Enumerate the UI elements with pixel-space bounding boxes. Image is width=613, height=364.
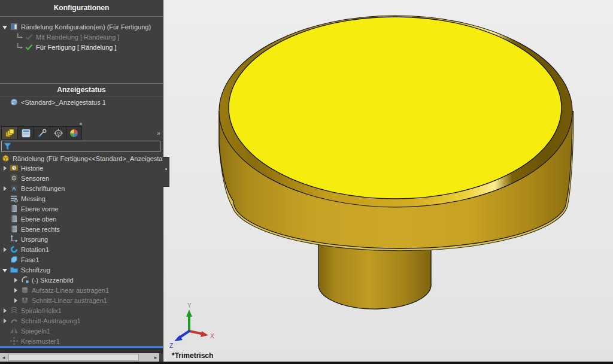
- tab-feature-manager[interactable]: [17, 126, 34, 139]
- panel-flyout-handle[interactable]: [163, 157, 169, 187]
- configurations-header: Konfigurationen: [0, 0, 163, 17]
- item-label: Schriftzug: [21, 266, 50, 274]
- horizontal-scrollbar[interactable]: ◂ ▸: [0, 353, 159, 362]
- branch-icon: [16, 43, 25, 51]
- item-label: Rändelung Konfiguration(en) (Für Fertigu…: [21, 23, 151, 31]
- plane-icon: [10, 225, 19, 233]
- chamfer-icon: [10, 255, 19, 264]
- tab-property-manager[interactable]: [34, 126, 50, 139]
- item-label: Schnitt-Austragung1: [21, 317, 81, 324]
- check-green-icon: [25, 43, 34, 51]
- model-knob[interactable]: [163, 0, 613, 364]
- helix-icon: [10, 306, 19, 315]
- sketch-icon: [20, 275, 29, 284]
- config-tree-root[interactable]: Rändelung Konfiguration(en) (Für Fertigu…: [0, 22, 163, 32]
- feature-tree-item[interactable]: Spiegeln1: [0, 326, 163, 336]
- orientation-triad: Y X Z: [168, 302, 218, 353]
- item-label: Beschriftungen: [21, 185, 65, 192]
- origin-icon: [10, 235, 19, 244]
- feature-tree-item[interactable]: Ursprung: [0, 234, 163, 244]
- triad-y-label: Y: [187, 302, 192, 309]
- feature-tree-item[interactable]: Ebene vorne: [0, 204, 163, 214]
- plane-icon: [10, 214, 19, 223]
- panel-splitter-handle[interactable]: [80, 123, 82, 125]
- item-label: Mit Rändelung [ Rändelung ]: [36, 34, 119, 41]
- expand-arrow-icon[interactable]: [2, 318, 8, 324]
- material-icon: [10, 194, 19, 203]
- item-label: Ursprung: [21, 236, 48, 243]
- item-label: (-) Skizzenbild: [32, 277, 74, 284]
- triad-z-label: Z: [169, 342, 173, 349]
- tab-overflow-chevron-icon[interactable]: »: [154, 126, 163, 139]
- item-label: Historie: [21, 165, 43, 172]
- expand-arrow-icon[interactable]: [2, 267, 8, 273]
- scroll-right-button[interactable]: ▸: [152, 353, 159, 362]
- item-label: Spirale/Helix1: [21, 307, 62, 314]
- feature-tree-item[interactable]: Messing: [0, 193, 163, 204]
- tab-configuration-manager[interactable]: [1, 126, 17, 139]
- feature-tree-item[interactable]: (-) Skizzenbild: [0, 275, 163, 285]
- feature-tree-item[interactable]: Ebene rechts: [0, 224, 163, 234]
- view-orientation-label: *Trimetrisch: [172, 351, 213, 360]
- history-icon: [10, 163, 19, 172]
- filter-input[interactable]: [12, 142, 160, 151]
- sensors-icon: [10, 174, 19, 183]
- display-state-item[interactable]: <Standard>_Anzeigestatus 1: [7, 97, 170, 107]
- taskbar-edge: [0, 362, 613, 364]
- feature-tree-item[interactable]: Aufsatz-Linear austragen1: [0, 285, 163, 295]
- feature-tree-item[interactable]: Ebene oben: [0, 214, 163, 224]
- item-label: Sensoren: [21, 175, 49, 182]
- expand-arrow-icon[interactable]: [2, 247, 8, 253]
- scroll-left-button[interactable]: ◂: [0, 353, 7, 362]
- manager-tabbar: [1, 126, 82, 139]
- expand-arrow-icon: [2, 175, 8, 181]
- item-label: <Standard>_Anzeigestatus 1: [21, 99, 106, 106]
- scrollbar-thumb[interactable]: [8, 354, 139, 361]
- feature-tree-item[interactable]: Historie: [0, 163, 163, 173]
- tree-footer: [0, 348, 163, 353]
- cut-extrude-icon: [20, 296, 29, 305]
- solidworks-window: Y X Z *Trimetrisch Konfigurationen Rände…: [0, 0, 613, 364]
- feature-tree-item[interactable]: Schnitt-Linear austragen1: [0, 295, 163, 305]
- expand-arrow-icon[interactable]: [2, 165, 8, 171]
- item-label: Ebene oben: [21, 216, 56, 223]
- folder-icon: [10, 265, 19, 274]
- expand-arrow-icon[interactable]: [2, 308, 8, 314]
- plane-icon: [10, 204, 19, 213]
- feature-tree-item[interactable]: Fase1: [0, 254, 163, 265]
- mirror-icon: [10, 326, 19, 335]
- item-label: Ebene vorne: [21, 205, 58, 213]
- tab-dimxpert-manager[interactable]: [50, 126, 66, 139]
- expand-arrow-icon: [2, 196, 8, 202]
- expand-arrow-icon: [2, 257, 8, 263]
- feature-tree-item[interactable]: ABeschriftungen: [0, 183, 163, 193]
- display-states-header: Anzeigestatus: [0, 83, 163, 96]
- expand-arrow-icon[interactable]: [13, 277, 19, 283]
- circular-pattern-icon: [10, 336, 19, 345]
- tab-display-manager[interactable]: [66, 126, 82, 139]
- expand-arrow-icon[interactable]: [13, 287, 19, 293]
- feature-tree-item[interactable]: Sensoren: [0, 173, 163, 183]
- feature-tree-item[interactable]: Spirale/Helix1: [0, 305, 163, 316]
- item-label: Rotation1: [21, 246, 49, 253]
- feature-tree-root[interactable]: Rändelung (Für Fertigung<<Standard>_Anze…: [0, 153, 164, 163]
- expand-arrow-icon: [2, 236, 8, 242]
- expand-arrow-icon: [2, 338, 8, 344]
- feature-tree-item[interactable]: Kreismuster1: [0, 336, 163, 346]
- feature-tree-item[interactable]: Schriftzug: [0, 265, 163, 275]
- config-item[interactable]: Für Fertigung [ Rändelung ]: [0, 42, 163, 52]
- filter-funnel-icon: [3, 142, 12, 151]
- item-label: Ebene rechts: [21, 226, 60, 233]
- tree-filter-box[interactable]: [1, 141, 160, 152]
- feature-tree-item[interactable]: Rotation1: [0, 244, 163, 254]
- expand-arrow-icon[interactable]: [2, 186, 8, 192]
- config-item[interactable]: Mit Rändelung [ Rändelung ]: [0, 32, 163, 42]
- expand-arrow-icon: [2, 226, 8, 232]
- feature-tree-item[interactable]: Schnitt-Austragung1: [0, 316, 163, 326]
- item-label: Kreismuster1: [21, 338, 60, 345]
- expand-arrow-icon[interactable]: [2, 24, 8, 30]
- annotations-icon: A: [10, 184, 19, 193]
- graphics-viewport[interactable]: Y X Z *Trimetrisch: [163, 0, 613, 362]
- expand-arrow-icon[interactable]: [13, 298, 19, 304]
- branch-icon: [16, 32, 25, 41]
